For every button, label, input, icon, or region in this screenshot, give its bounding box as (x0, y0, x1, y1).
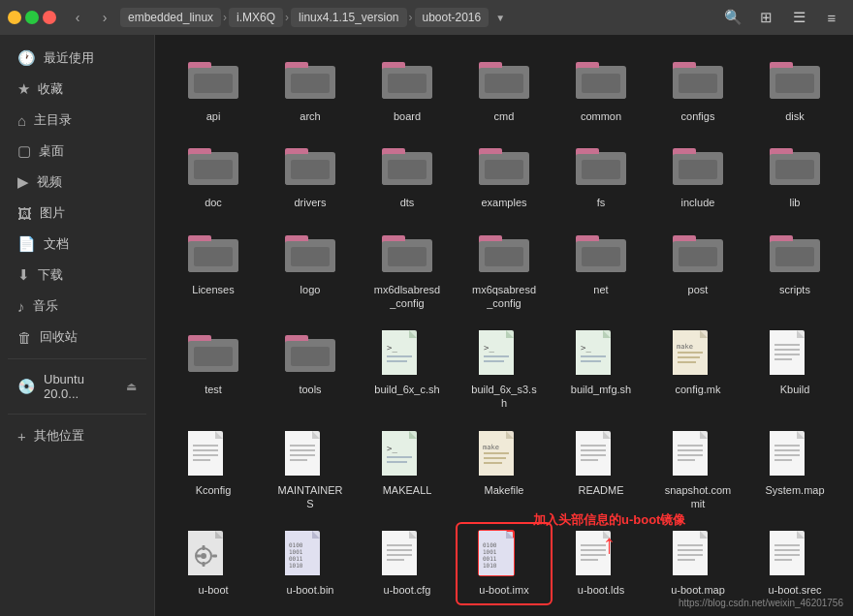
list-item[interactable]: System.map (748, 424, 841, 517)
folder-icon (477, 56, 531, 107)
list-item[interactable]: examples (458, 137, 551, 215)
list-item[interactable]: post (651, 224, 744, 317)
minimize-button[interactable] (8, 11, 21, 24)
list-item[interactable]: net (554, 224, 648, 317)
sidebar-item-recent[interactable]: 🕐 最近使用 (4, 44, 150, 73)
view-list-icon[interactable]: ⊞ (752, 4, 779, 31)
file-label: u-boot (198, 583, 228, 597)
sidebar-other-label: 其他位置 (34, 427, 84, 445)
breadcrumb-dropdown[interactable]: ▼ (490, 8, 510, 27)
list-item[interactable]: make Makefile (458, 424, 551, 517)
list-item[interactable]: configs (651, 50, 744, 129)
list-item[interactable]: >_ build_mfg.sh (554, 323, 648, 416)
list-item[interactable]: u-boot.map (651, 524, 744, 602)
file-label: u-boot.srec (768, 583, 821, 597)
list-item[interactable]: Licenses (167, 224, 260, 317)
folder-icon (671, 56, 725, 107)
breadcrumb-3[interactable]: linux4.1.15_version (291, 8, 406, 27)
file-icon: >_ (380, 329, 434, 380)
list-item[interactable]: mx6qsabresd_config (458, 224, 551, 317)
svg-rect-39 (388, 160, 426, 179)
list-item[interactable]: >_ build_6x_c.sh (361, 323, 454, 416)
list-item[interactable]: mx6dlsabresd_config (361, 224, 454, 317)
list-item[interactable]: Kbuild (748, 323, 841, 416)
breadcrumb-1[interactable]: embedded_linux (120, 8, 221, 27)
list-item[interactable]: arch (264, 50, 357, 129)
list-item[interactable]: disk (748, 50, 841, 129)
sidebar-item-other[interactable]: + 其他位置 (4, 421, 150, 450)
forward-button[interactable]: › (93, 6, 116, 29)
svg-rect-83 (775, 247, 814, 266)
sidebar-item-pictures[interactable]: 🖼 图片 (4, 199, 150, 228)
folder-icon (768, 142, 822, 193)
folder-icon (186, 329, 240, 380)
list-item[interactable]: MAINTAINERS (264, 424, 357, 517)
trash-icon: 🗑 (17, 329, 32, 346)
list-item[interactable]: README (554, 424, 648, 517)
file-icon (768, 430, 822, 480)
search-icon[interactable]: 🔍 (719, 4, 746, 31)
file-icon: make (671, 329, 725, 380)
close-button[interactable] (43, 11, 56, 24)
svg-point-176 (201, 553, 206, 559)
sidebar-item-documents[interactable]: 📄 文档 (4, 230, 150, 259)
eject-icon[interactable]: ⏏ (126, 380, 137, 393)
svg-rect-91 (291, 347, 330, 366)
sidebar-item-home[interactable]: ⌂ 主目录 (4, 106, 150, 135)
file-label: lib (789, 196, 800, 209)
svg-text:>_: >_ (387, 343, 397, 353)
list-item[interactable]: >_ build_6x_s3.sh (458, 323, 551, 416)
list-item[interactable]: scripts (748, 224, 841, 317)
breadcrumb-4[interactable]: uboot-2016 (415, 8, 490, 27)
maximize-button[interactable] (25, 11, 39, 24)
list-item[interactable]: api (167, 50, 260, 129)
list-item[interactable]: >_ MAKEALL (361, 424, 454, 517)
list-item[interactable]: lib (748, 137, 841, 215)
list-item[interactable]: Kconfig (167, 424, 260, 517)
back-button[interactable]: ‹ (66, 6, 89, 29)
list-item[interactable]: 0100 1001 0011 1010 u-boot.imx (458, 524, 551, 602)
list-item[interactable]: common (554, 50, 648, 129)
folder-icon (768, 56, 822, 107)
sidebar-item-desktop[interactable]: ▢ 桌面 (4, 137, 150, 166)
file-label: u-boot.imx (479, 583, 528, 597)
documents-icon: 📄 (17, 235, 36, 253)
list-item[interactable]: fs (554, 137, 648, 215)
star-icon: ★ (17, 80, 30, 98)
list-item[interactable]: snapshot.commit (651, 424, 744, 517)
sidebar-downloads-label: 下载 (38, 266, 63, 284)
list-item[interactable]: u-boot.srec (748, 524, 841, 602)
sidebar-item-videos[interactable]: ▶ 视频 (4, 168, 150, 197)
list-item[interactable]: doc (167, 137, 260, 215)
sidebar-item-downloads[interactable]: ⬇ 下载 (4, 261, 150, 290)
list-item[interactable]: drivers (264, 137, 357, 215)
sidebar-item-trash[interactable]: 🗑 回收站 (4, 323, 150, 352)
list-item[interactable]: test (167, 323, 260, 416)
sidebar-divider-2 (8, 414, 146, 415)
list-item[interactable]: cmd (458, 50, 551, 129)
sidebar-item-music[interactable]: ♪ 音乐 (4, 292, 150, 321)
folder-icon (283, 329, 337, 380)
sidebar-item-bookmarks[interactable]: ★ 收藏 (4, 75, 150, 104)
list-item[interactable]: u-boot (167, 524, 260, 602)
list-item[interactable]: board (361, 50, 454, 129)
other-icon: + (17, 428, 26, 445)
file-label: configs (681, 109, 715, 123)
list-item[interactable]: 0100 1001 0011 1010 u-boot-nodtb.bin (264, 611, 357, 616)
list-item[interactable]: include (651, 137, 744, 215)
view-grid-icon[interactable]: ☰ (785, 4, 812, 31)
svg-rect-71 (485, 247, 523, 266)
list-item[interactable]: logo (264, 224, 357, 317)
list-item[interactable]: dts (361, 137, 454, 215)
breadcrumb-2[interactable]: i.MX6Q (229, 8, 283, 27)
menu-icon[interactable]: ≡ (818, 4, 845, 31)
list-item[interactable]: u-boot.sym (167, 611, 260, 616)
list-item[interactable]: 0100 1001 0011 1010 u-boot.bin (264, 524, 357, 602)
list-item[interactable]: u-boot.lds (554, 524, 648, 602)
file-label: u-boot.cfg (384, 583, 431, 597)
list-item[interactable]: make config.mk (651, 323, 744, 416)
sidebar-item-ubuntu[interactable]: 💿 Ubuntu 20.0... ⏏ (4, 366, 150, 407)
svg-text:1010: 1010 (289, 562, 303, 569)
list-item[interactable]: tools (264, 323, 357, 416)
list-item[interactable]: u-boot.cfg (361, 524, 454, 602)
